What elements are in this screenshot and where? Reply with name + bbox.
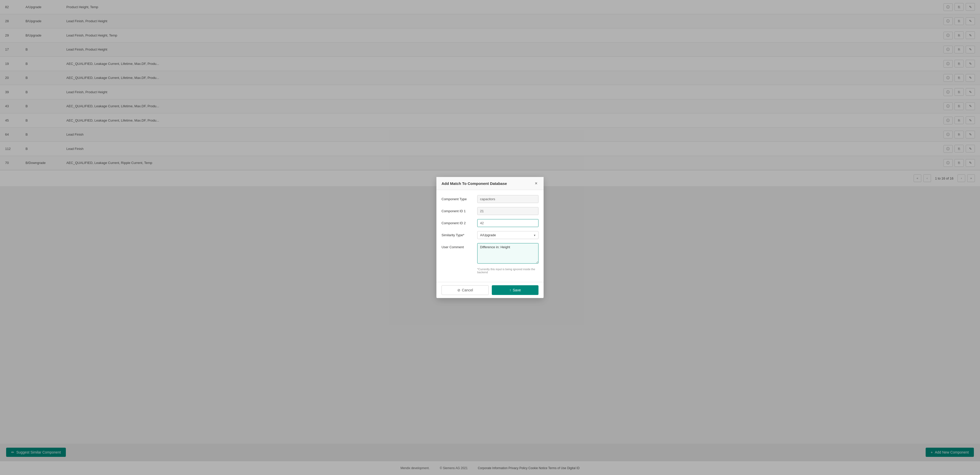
similarity-type-group: Similarity Type* A/UpgradeB/UpgradeBB/Do…	[442, 231, 538, 239]
component-id2-input[interactable]	[477, 219, 538, 227]
cancel-button[interactable]: ⊘ Cancel	[442, 285, 489, 295]
modal-footer: ⊘ Cancel ↑ Save	[436, 282, 544, 298]
component-id1-group: Component ID 1	[442, 207, 538, 215]
component-id2-label: Component ID 2	[442, 219, 477, 225]
component-type-group: Component Type	[442, 195, 538, 203]
modal-overlay: Add Match To Component Database × Compon…	[0, 0, 980, 475]
save-label: Save	[513, 288, 521, 292]
user-comment-textarea[interactable]	[477, 243, 538, 263]
component-id1-input[interactable]	[477, 207, 538, 215]
save-button[interactable]: ↑ Save	[492, 285, 538, 295]
user-comment-group: User Comment	[442, 243, 538, 263]
cancel-label: Cancel	[462, 288, 473, 292]
similarity-type-label: Similarity Type*	[442, 231, 477, 237]
component-id2-group: Component ID 2	[442, 219, 538, 227]
component-id1-label: Component ID 1	[442, 207, 477, 213]
similarity-type-select[interactable]: A/UpgradeB/UpgradeBB/Downgrade	[477, 231, 538, 239]
user-comment-label: User Comment	[442, 243, 477, 249]
modal-header: Add Match To Component Database ×	[436, 177, 544, 190]
modal-title: Add Match To Component Database	[442, 181, 507, 186]
component-type-label: Component Type	[442, 195, 477, 201]
modal: Add Match To Component Database × Compon…	[436, 177, 544, 298]
similarity-type-wrapper: A/UpgradeB/UpgradeBB/Downgrade ▼	[477, 231, 538, 239]
cancel-circle-icon: ⊘	[457, 288, 460, 292]
save-icon: ↑	[509, 288, 511, 292]
modal-body: Component Type Component ID 1 Component …	[436, 190, 544, 282]
component-type-input[interactable]	[477, 195, 538, 203]
hint-text: *Currently this input is being ignored i…	[477, 268, 538, 274]
modal-close-button[interactable]: ×	[534, 181, 538, 186]
